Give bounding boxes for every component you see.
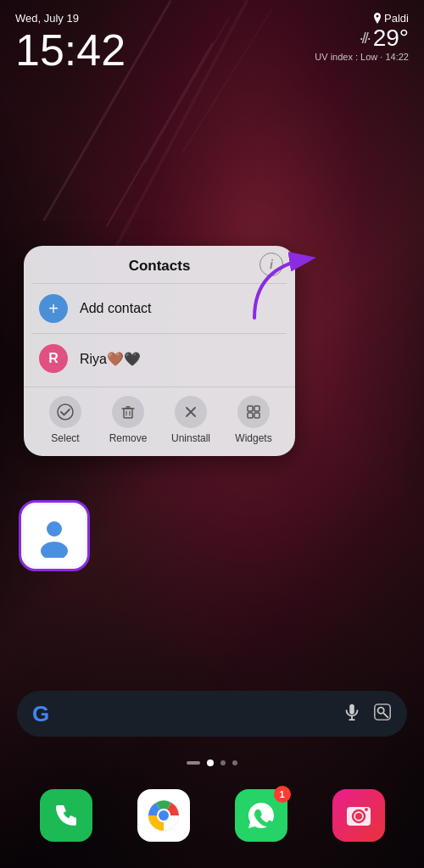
remove-label: Remove [109,432,148,444]
lens-icon[interactable] [373,703,392,726]
whatsapp-badge: 1 [274,786,291,803]
svg-line-21 [384,713,388,717]
svg-rect-1 [124,409,132,418]
remove-action[interactable]: Remove [103,396,153,444]
context-menu-header: Contacts i [24,246,295,283]
page-indicators [0,760,424,766]
contacts-app-highlighted[interactable] [19,500,90,571]
remove-icon [112,396,144,428]
svg-point-14 [47,521,62,537]
widgets-label: Widgets [235,432,271,444]
svg-rect-11 [254,413,259,418]
status-time: 15:42 [15,28,126,72]
dock-whatsapp[interactable]: 1 [235,789,287,842]
person-svg [32,514,76,558]
dock-chrome[interactable] [137,789,190,842]
indicator-dot-1 [220,760,226,765]
status-location: Paldi [373,12,409,25]
dock: 1 [0,779,424,868]
location-icon [373,13,382,24]
google-logo: G [32,701,49,727]
x-icon [182,403,199,420]
status-date: Wed, July 19 [15,12,79,25]
mic-icon[interactable] [343,703,361,726]
dock-phone[interactable] [40,789,92,842]
lens-svg [373,703,392,721]
weather-temp: 29° [373,25,409,52]
phone-svg [52,801,81,830]
weather-uv: UV index : Low · 14:22 [315,52,409,62]
indicator-lines [187,761,200,765]
svg-rect-8 [248,406,253,411]
svg-rect-16 [349,704,354,714]
svg-point-20 [378,707,384,713]
svg-rect-10 [248,413,253,418]
contact-avatar: R [39,344,68,373]
indicator-dot-2 [232,760,237,765]
add-contact-icon: + [39,294,68,323]
microphone-svg [343,703,361,721]
uninstall-icon [175,396,207,428]
svg-point-29 [365,808,368,811]
indicator-active [207,760,214,766]
weather-info: ·//· 29° UV index : Low · 14:22 [315,25,409,62]
contacts-app-icon [24,505,85,566]
add-contact-item[interactable]: + Add contact [24,284,295,333]
chrome-svg [147,798,181,832]
status-bar: Wed, July 19 Paldi 15:42 ·//· 29° UV ind… [0,0,424,77]
select-label: Select [51,432,79,444]
contact-riya-item[interactable]: R Riya🤎🖤 [24,334,295,383]
info-button[interactable]: i [259,253,283,276]
context-menu-actions: Select Remove Uninstall [24,387,295,456]
select-icon [49,396,81,428]
widgets-icon [237,396,270,428]
check-icon [57,403,74,420]
search-icons [343,703,392,726]
context-menu-title: Contacts [129,258,191,275]
grid-icon [245,403,262,420]
uninstall-label: Uninstall [171,432,210,444]
svg-rect-9 [254,406,259,411]
add-contact-label: Add contact [80,301,152,316]
svg-point-28 [355,813,362,820]
weather-icon: ·//· [360,30,370,47]
context-menu: Contacts i + Add contact R Riya🤎🖤 Select [24,246,295,456]
svg-point-25 [159,810,169,821]
select-action[interactable]: Select [40,396,91,444]
svg-point-0 [58,404,73,420]
uninstall-action[interactable]: Uninstall [165,396,216,444]
camera-svg [344,801,373,830]
dock-camera[interactable] [332,789,385,842]
search-bar[interactable]: G [17,691,407,737]
contact-name: Riya🤎🖤 [80,351,141,367]
whatsapp-svg [246,800,276,831]
widgets-action[interactable]: Widgets [228,396,279,444]
trash-icon [120,403,137,420]
